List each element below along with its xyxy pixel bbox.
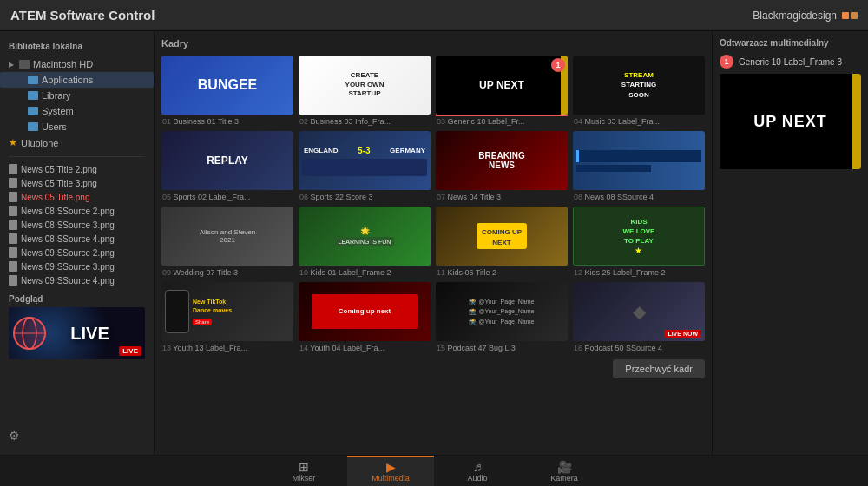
file-icon: [9, 247, 17, 258]
card-thumbnail-15: 📸 @Your_Page_Name📸 @Your_Page_Name📸 @You…: [436, 282, 568, 341]
sidebar-item-system[interactable]: System: [0, 103, 154, 119]
file-label: News 08 SSource 4.png: [21, 234, 115, 244]
tab-audio[interactable]: ♬ Audio: [434, 456, 521, 487]
tab-kamera[interactable]: 🎥 Kamera: [521, 456, 608, 487]
sidebar-item-users[interactable]: Users: [0, 119, 154, 135]
card-thumbnail-01: BUNGEE: [161, 56, 293, 115]
tab-mikser[interactable]: ⊞ Mikser: [260, 456, 347, 487]
sidebar-item-label: System: [42, 106, 74, 116]
sidebar-item-ulubione[interactable]: ★ Ulubione: [0, 135, 154, 151]
card-label-16: 16 Podcast 50 SSource 4: [573, 344, 705, 352]
card-label-02: 02 Business 03 Info_Fra...: [299, 117, 431, 126]
bmd-logo-icon: [842, 12, 858, 19]
bottom-tab-bar: ⊞ Mikser ▶ Multimedia ♬ Audio 🎥 Kamera: [0, 455, 868, 486]
title-bar: ATEM Software Control Blackmagicdesign: [0, 0, 868, 31]
kids06-content: COMING UPNEXT: [477, 223, 527, 249]
switch-button-container: Przechwyć kadr: [161, 359, 705, 378]
file-item[interactable]: News 09 SSource 4.png: [0, 273, 154, 287]
podglad-thumbnail: LIVE LIVE: [9, 307, 145, 359]
card-label-14: 14 Youth 04 Label_Fra...: [299, 344, 431, 352]
card-15[interactable]: 📸 @Your_Page_Name📸 @Your_Page_Name📸 @You…: [436, 282, 568, 352]
file-item[interactable]: News 05 Title 2.png: [0, 162, 154, 176]
logo: Blackmagicdesign: [753, 10, 858, 22]
card-thumbnail-10: 🌟 LEARNING IS FUN: [299, 207, 431, 266]
card-label-03: 03 Generic 10 Label_Fr...: [436, 117, 568, 126]
card-label-08: 08 News 08 SSource 4: [573, 193, 705, 201]
youth04-content: Coming up next: [312, 294, 418, 330]
multimedia-icon: ▶: [386, 461, 396, 473]
card-label-12: 12 Kids 25 Label_Frame 2: [573, 268, 705, 277]
switch-frame-button[interactable]: Przechwyć kadr: [613, 359, 705, 378]
card-02[interactable]: CREATEYOUR OWNSTARTUP 02 Business 03 Inf…: [299, 56, 431, 126]
up-next-preview: UP NEXT: [720, 74, 861, 169]
file-item[interactable]: News 08 SSource 3.png: [0, 218, 154, 232]
card-04[interactable]: STREAMSTARTINGSOON 04 Music 03 Label_Fra…: [573, 56, 705, 126]
file-label: News 05 Title 3.png: [21, 179, 97, 188]
card-label-11: 11 Kids 06 Title 2: [436, 268, 568, 277]
card-12[interactable]: KIDSWE LOVETO PLAY ★ 12 Kids 25 Label_Fr…: [573, 207, 705, 277]
card-label-06: 06 Sports 22 Score 3: [299, 193, 431, 201]
file-label: News 05 Title.png: [21, 193, 90, 202]
file-icon: [9, 275, 17, 286]
news08-content: [573, 147, 705, 175]
sidebar-item-label: Users: [42, 122, 67, 132]
sidebar-item-applications[interactable]: Applications: [0, 72, 154, 88]
kamera-icon: 🎥: [557, 461, 572, 473]
file-item[interactable]: News 09 SSource 3.png: [0, 259, 154, 273]
card-10[interactable]: 🌟 LEARNING IS FUN 10 Kids 01 Label_Frame…: [299, 207, 431, 277]
card-content-text: UP NEXT: [479, 79, 524, 91]
file-item[interactable]: News 09 SSource 2.png: [0, 246, 154, 259]
file-icon: [9, 206, 17, 216]
sidebar: Biblioteka lokalna ▶ Macintosh HD Applic…: [0, 31, 155, 455]
file-item[interactable]: News 08 SSource 4.png: [0, 232, 154, 246]
sidebar-item-label: Ulubione: [21, 138, 58, 148]
folder-icon: [28, 76, 38, 84]
star-icon: ★: [9, 137, 17, 148]
hd-icon: [19, 60, 30, 69]
logo-text: Blackmagicdesign: [753, 10, 837, 22]
center-panel: Kadry BUNGEE 01 Business 01 Title 3 CREA…: [155, 31, 712, 455]
card-label-15: 15 Podcast 47 Bug L 3: [436, 344, 568, 352]
sidebar-item-label: Library: [42, 90, 71, 101]
up-next-label: Generic 10 Label_Frame 3: [739, 57, 842, 67]
gear-icon: ⚙: [9, 429, 20, 443]
card-03[interactable]: UP NEXT 1 03 Generic 10 Label_Fr...: [436, 56, 568, 126]
audio-icon: ♬: [473, 461, 483, 473]
live-globe-icon: [12, 316, 56, 351]
card-05[interactable]: REPLAY 05 Sports 02 Label_Fra...: [161, 131, 293, 201]
card-thumbnail-11: COMING UPNEXT: [436, 207, 568, 266]
card-thumbnail-07: BREAKINGNEWS: [436, 131, 568, 190]
card-14[interactable]: Coming up next 14 Youth 04 Label_Fra...: [299, 282, 431, 352]
card-01[interactable]: BUNGEE 01 Business 01 Title 3: [161, 56, 293, 126]
card-badge-03: 1: [551, 58, 565, 72]
card-content-text: BUNGEE: [198, 77, 257, 93]
cards-grid: BUNGEE 01 Business 01 Title 3 CREATEYOUR…: [161, 56, 705, 352]
card-09[interactable]: Alison and Steven2021 09 Wedding 07 Titl…: [161, 207, 293, 277]
sidebar-item-macintosh-hd[interactable]: ▶ Macintosh HD: [0, 56, 154, 72]
folder-icon: [28, 122, 38, 131]
sports-team1: ENGLAND: [304, 147, 339, 154]
up-next-preview-text: UP NEXT: [753, 113, 827, 131]
live-badge: LIVE: [119, 346, 141, 356]
tab-kamera-label: Kamera: [550, 474, 578, 483]
settings-button[interactable]: ⚙: [0, 424, 154, 448]
file-item[interactable]: News 05 Title 3.png: [0, 176, 154, 190]
card-11[interactable]: COMING UPNEXT 11 Kids 06 Title 2: [436, 207, 568, 277]
folder-icon: [28, 91, 38, 100]
up-next-number: 1: [720, 55, 733, 69]
file-item[interactable]: News 08 SSource 2.png: [0, 204, 154, 218]
card-thumbnail-16: LIVE NOW ◆: [573, 282, 705, 341]
sports-team2: GERMANY: [390, 147, 425, 154]
card-label-13: 13 Youth 13 Label_Fra...: [161, 344, 293, 352]
podcast50-content: LIVE NOW ◆: [573, 282, 705, 341]
card-06[interactable]: ENGLAND 5-3 GERMANY 06 Sports 22 Score 3: [299, 131, 431, 201]
card-07[interactable]: BREAKINGNEWS 07 News 04 Title 3: [436, 131, 568, 201]
mikser-icon: ⊞: [299, 461, 309, 473]
file-icon: [9, 233, 17, 244]
card-13[interactable]: New TikTokDance moves Share 13 Youth 13 …: [161, 282, 293, 352]
tab-multimedia[interactable]: ▶ Multimedia: [347, 456, 434, 487]
card-08[interactable]: 08 News 08 SSource 4: [573, 131, 705, 201]
file-item-highlighted[interactable]: News 05 Title.png: [0, 190, 154, 204]
card-16[interactable]: LIVE NOW ◆ 16 Podcast 50 SSource 4: [573, 282, 705, 352]
sidebar-item-library[interactable]: Library: [0, 88, 154, 103]
